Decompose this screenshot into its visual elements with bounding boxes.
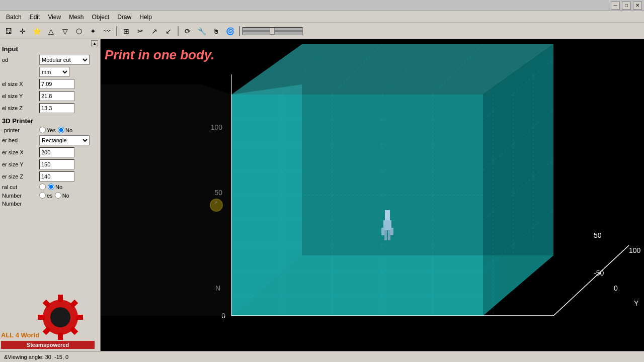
toolbar-btn-12[interactable]: ↙ xyxy=(162,25,175,37)
voxel-z-label: el size Z xyxy=(2,105,37,111)
toolbar-slider[interactable] xyxy=(243,27,303,35)
svg-rect-2 xyxy=(58,295,63,302)
main-area: ▲ Input od Modular cut mm el size X el s… xyxy=(0,39,644,351)
printer-y-input[interactable] xyxy=(39,159,74,169)
menu-draw[interactable]: Draw xyxy=(113,13,135,22)
toolbar-sep-3 xyxy=(239,26,240,36)
svg-text:Y: Y xyxy=(634,299,639,307)
number2-row: Number xyxy=(2,201,98,207)
svg-text:0: 0 xyxy=(614,284,618,292)
printer-no-label[interactable]: No xyxy=(58,127,72,133)
vertical-cut-label: ral cut xyxy=(2,184,37,190)
menu-view[interactable]: View xyxy=(44,13,65,22)
unit-row: mm xyxy=(2,67,98,77)
menu-edit[interactable]: Edit xyxy=(26,13,44,22)
toolbar-btn-3[interactable]: ⭐ xyxy=(30,25,43,37)
printer-radio-row: -printer Yes No xyxy=(2,127,98,133)
svg-rect-56 xyxy=(388,230,390,240)
watermark-brand: ALL 4 World xyxy=(1,331,39,339)
titlebar: ─ □ ✕ xyxy=(0,0,644,11)
menu-batch[interactable]: Batch xyxy=(2,13,26,22)
svg-rect-3 xyxy=(58,333,63,340)
toolbar-btn-4[interactable]: △ xyxy=(44,25,57,37)
svg-rect-55 xyxy=(384,230,387,240)
statusbar-text: &Viewing angle: 30, -15, 0 xyxy=(4,354,68,360)
voxel-z-input[interactable] xyxy=(39,103,74,113)
printer-no-radio[interactable] xyxy=(58,127,64,133)
vcut-yes-label[interactable] xyxy=(39,184,46,190)
printer-yes-radio[interactable] xyxy=(39,127,46,133)
toolbar-btn-5[interactable]: ▽ xyxy=(58,25,71,37)
toolbar-btn-14[interactable]: 🔧 xyxy=(195,25,208,37)
voxel-y-input[interactable] xyxy=(39,91,74,101)
maximize-button[interactable]: □ xyxy=(622,2,631,10)
vertical-cut-row: ral cut No xyxy=(2,184,98,190)
voxel-x-input[interactable] xyxy=(39,79,74,89)
toolbar-btn-15[interactable]: 🖱 xyxy=(209,25,222,37)
printer-y-label: er size Y xyxy=(2,161,37,167)
svg-marker-60 xyxy=(101,84,231,316)
printer-z-label: er size Z xyxy=(2,173,37,179)
vcut-no-label[interactable]: No xyxy=(48,184,62,190)
watermark: Steamspowered ALL 4 World xyxy=(0,281,96,351)
number-row: Number es No xyxy=(2,192,98,199)
toolbar-btn-16[interactable]: 🌀 xyxy=(223,25,236,37)
num-no-radio[interactable] xyxy=(55,192,61,199)
printer-label: -printer xyxy=(2,127,37,133)
menu-object[interactable]: Object xyxy=(88,13,114,22)
viewport[interactable]: Print in one body. xyxy=(101,39,644,351)
printer-yes-label[interactable]: Yes xyxy=(39,127,56,133)
menu-mesh[interactable]: Mesh xyxy=(65,13,88,22)
num-yes-radio[interactable] xyxy=(39,192,46,199)
toolbar-btn-11[interactable]: ↗ xyxy=(148,25,161,37)
num-yes-label[interactable]: es xyxy=(39,192,53,199)
svg-rect-6 xyxy=(69,299,78,308)
printer-x-label: er size X xyxy=(2,149,37,155)
voxel-y-label: el size Y xyxy=(2,93,37,99)
svg-marker-14 xyxy=(231,95,483,316)
voxel-y-row: el size Y xyxy=(2,91,98,101)
printer-z-input[interactable] xyxy=(39,171,74,182)
printer-radio-group: Yes No xyxy=(39,127,72,133)
num-no-label[interactable]: No xyxy=(55,192,69,199)
left-panel: ▲ Input od Modular cut mm el size X el s… xyxy=(0,39,101,351)
toolbar-btn-8[interactable]: 〰 xyxy=(101,25,114,37)
voxel-x-label: el size X xyxy=(2,81,37,87)
titlebar-controls: ─ □ ✕ xyxy=(611,2,642,10)
scroll-up-btn[interactable]: ▲ xyxy=(91,40,98,46)
close-button[interactable]: ✕ xyxy=(633,2,642,10)
vcut-no-radio[interactable] xyxy=(48,184,54,190)
voxel-x-row: el size X xyxy=(2,79,98,89)
toolbar-btn-2[interactable]: ✛ xyxy=(16,25,29,37)
toolbar-btn-6[interactable]: ⬡ xyxy=(72,25,86,37)
svg-rect-52 xyxy=(385,210,390,220)
minimize-button[interactable]: ─ xyxy=(611,2,620,10)
svg-rect-4 xyxy=(38,315,45,320)
unit-select[interactable]: mm xyxy=(39,67,69,77)
toolbar-btn-1[interactable]: 🖫 xyxy=(2,25,15,37)
number-radio-group: es No xyxy=(39,192,69,199)
svg-point-1 xyxy=(50,307,70,327)
svg-rect-53 xyxy=(381,228,384,235)
printer-x-input[interactable] xyxy=(39,147,74,157)
svg-text:-50: -50 xyxy=(594,269,604,277)
vcut-yes-radio[interactable] xyxy=(39,184,46,190)
svg-rect-51 xyxy=(383,220,391,230)
svg-rect-8 xyxy=(43,299,51,308)
svg-rect-9 xyxy=(69,326,78,335)
svg-text:50: 50 xyxy=(594,231,602,239)
toolbar-btn-7[interactable]: ✦ xyxy=(87,25,100,37)
statusbar: &Viewing angle: 30, -15, 0 xyxy=(0,351,644,362)
toolbar-btn-10[interactable]: ✂ xyxy=(134,25,147,37)
toolbar-sep-1 xyxy=(116,26,117,36)
3d-scene: Print in one body. xyxy=(101,39,644,351)
method-select[interactable]: Modular cut xyxy=(39,55,90,65)
toolbar-btn-13[interactable]: ⟳ xyxy=(181,25,194,37)
menu-help[interactable]: Help xyxy=(135,13,156,22)
printer-y-row: er size Y xyxy=(2,159,98,169)
bed-select[interactable]: Rectangle xyxy=(39,135,90,145)
method-row: od Modular cut xyxy=(2,55,98,65)
toolbar-btn-9[interactable]: ⊞ xyxy=(120,25,133,37)
printer-x-row: er size X xyxy=(2,147,98,157)
svg-point-0 xyxy=(43,300,78,335)
